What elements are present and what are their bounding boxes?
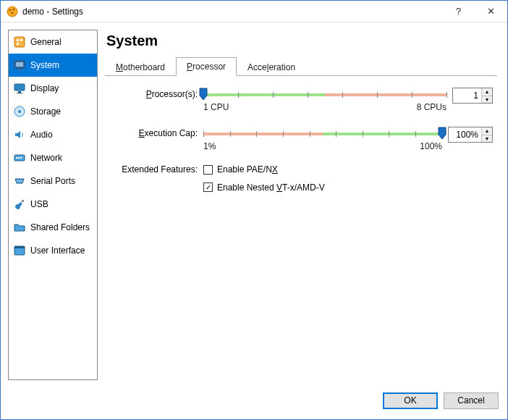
exec-cap-spinner[interactable]: 100% ▲▼ bbox=[448, 127, 493, 143]
svg-point-2 bbox=[13, 8, 14, 9]
sidebar-item-shared[interactable]: Shared Folders bbox=[9, 216, 97, 239]
tab-motherboard[interactable]: Motherboard bbox=[105, 58, 176, 76]
checkbox-nested-vt[interactable]: ✓ Enable Nested VT-x/AMD-V bbox=[203, 181, 325, 194]
ui-icon bbox=[13, 244, 26, 257]
sidebar-item-label: System bbox=[30, 60, 59, 70]
sidebar-item-label: Shared Folders bbox=[30, 222, 90, 232]
app-icon bbox=[7, 6, 18, 17]
processors-value: 1 bbox=[453, 88, 481, 103]
processors-spinner[interactable]: 1 ▲▼ bbox=[452, 88, 493, 104]
exec-cap-min-label: 1% bbox=[203, 141, 216, 151]
close-button[interactable]: ✕ bbox=[475, 1, 507, 22]
svg-rect-18 bbox=[18, 157, 20, 159]
svg-point-3 bbox=[12, 12, 13, 13]
exec-cap-max-label: 100% bbox=[420, 141, 442, 151]
sidebar-item-label: Display bbox=[30, 83, 59, 93]
exec-cap-slider[interactable] bbox=[203, 128, 442, 140]
svg-rect-12 bbox=[18, 91, 21, 93]
svg-rect-19 bbox=[20, 157, 22, 159]
tabs: Motherboard Processor Acceleration bbox=[105, 56, 497, 76]
svg-rect-10 bbox=[17, 69, 22, 70]
svg-rect-5 bbox=[17, 39, 19, 41]
svg-rect-11 bbox=[14, 84, 25, 91]
features-label: Extended Features: bbox=[109, 163, 203, 175]
processors-label: Processor(s): bbox=[109, 88, 203, 99]
exec-cap-value: 100% bbox=[449, 127, 481, 142]
svg-rect-17 bbox=[16, 157, 17, 159]
system-icon bbox=[13, 59, 26, 72]
checkbox-icon bbox=[203, 165, 213, 175]
sidebar-item-label: Audio bbox=[30, 130, 53, 140]
sidebar-item-label: User Interface bbox=[30, 245, 85, 256]
sidebar-item-network[interactable]: Network bbox=[9, 146, 97, 169]
window-title: demo - Settings bbox=[22, 7, 442, 17]
audio-icon bbox=[13, 128, 26, 141]
sidebar-item-ui[interactable]: User Interface bbox=[9, 239, 97, 262]
processors-max-label: 8 CPUs bbox=[417, 102, 446, 112]
spin-up-icon[interactable]: ▲ bbox=[482, 88, 492, 96]
sidebar-item-label: Serial Ports bbox=[30, 176, 75, 186]
general-icon bbox=[13, 35, 26, 49]
svg-point-1 bbox=[9, 9, 11, 10]
dialog-footer: OK Cancel bbox=[1, 387, 507, 419]
svg-rect-4 bbox=[14, 37, 25, 47]
usb-icon bbox=[13, 198, 26, 211]
exec-cap-slider-thumb[interactable] bbox=[438, 127, 446, 140]
sidebar-item-general[interactable]: General bbox=[9, 30, 97, 54]
sidebar-item-usb[interactable]: USB bbox=[9, 193, 97, 216]
svg-point-21 bbox=[19, 180, 20, 182]
svg-point-22 bbox=[21, 180, 22, 182]
checkbox-label: Enable Nested VT-x/AMD-V bbox=[217, 182, 325, 193]
main-pane: System Motherboard Processor Acceleratio… bbox=[102, 30, 500, 380]
checkbox-label: Enable PAE/NX bbox=[217, 164, 278, 175]
checkbox-pae-nx[interactable]: Enable PAE/NX bbox=[203, 163, 278, 176]
tab-acceleration[interactable]: Acceleration bbox=[237, 58, 306, 76]
folder-icon bbox=[13, 221, 26, 234]
spin-down-icon[interactable]: ▼ bbox=[482, 96, 492, 104]
display-icon bbox=[13, 82, 26, 95]
titlebar: demo - Settings ? ✕ bbox=[1, 1, 507, 22]
settings-window: demo - Settings ? ✕ General System Displ… bbox=[0, 0, 508, 420]
svg-rect-9 bbox=[16, 62, 23, 67]
sidebar: General System Display Storage Audio Net… bbox=[8, 30, 98, 380]
processors-min-label: 1 CPU bbox=[203, 102, 229, 112]
svg-rect-13 bbox=[17, 93, 22, 93]
sidebar-item-display[interactable]: Display bbox=[9, 77, 97, 100]
tab-processor[interactable]: Processor bbox=[176, 57, 237, 76]
svg-rect-25 bbox=[14, 246, 25, 248]
network-icon bbox=[13, 151, 26, 164]
svg-point-20 bbox=[17, 180, 18, 182]
help-button[interactable]: ? bbox=[442, 1, 475, 22]
spin-up-icon[interactable]: ▲ bbox=[482, 127, 492, 135]
sidebar-item-audio[interactable]: Audio bbox=[9, 123, 97, 146]
storage-icon bbox=[13, 105, 26, 118]
svg-rect-7 bbox=[17, 43, 19, 45]
svg-point-0 bbox=[7, 7, 17, 17]
sidebar-item-system[interactable]: System bbox=[9, 54, 97, 77]
sidebar-item-serial[interactable]: Serial Ports bbox=[9, 169, 97, 193]
svg-rect-23 bbox=[22, 200, 24, 202]
sidebar-item-label: General bbox=[30, 37, 62, 47]
sidebar-item-label: Storage bbox=[30, 106, 61, 117]
sidebar-item-label: USB bbox=[30, 199, 48, 209]
ok-button[interactable]: OK bbox=[383, 392, 438, 409]
spin-down-icon[interactable]: ▼ bbox=[482, 135, 492, 143]
svg-rect-6 bbox=[20, 39, 22, 41]
cancel-button[interactable]: Cancel bbox=[444, 392, 499, 409]
processor-pane: Processor(s): bbox=[102, 76, 500, 206]
page-title: System bbox=[102, 30, 500, 56]
serial-icon bbox=[13, 175, 26, 188]
svg-point-15 bbox=[18, 110, 21, 113]
sidebar-item-label: Network bbox=[30, 153, 62, 163]
processors-slider-thumb[interactable] bbox=[199, 88, 208, 101]
checkbox-icon: ✓ bbox=[203, 182, 213, 192]
sidebar-item-storage[interactable]: Storage bbox=[9, 100, 97, 123]
processors-slider[interactable] bbox=[203, 89, 446, 101]
exec-cap-label: Execution Cap: bbox=[109, 127, 203, 138]
